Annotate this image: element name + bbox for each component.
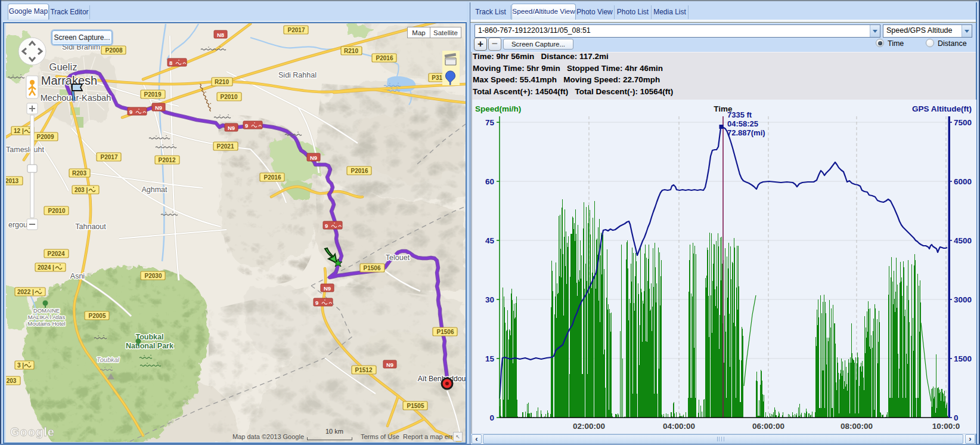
- svg-text:Sidi Rahhal: Sidi Rahhal: [278, 71, 317, 79]
- svg-text:R203: R203: [72, 170, 86, 177]
- svg-text:9: 9: [325, 222, 328, 229]
- svg-text:15: 15: [485, 354, 495, 363]
- svg-text:12 |: 12 |: [14, 128, 24, 134]
- svg-text:Google: Google: [10, 425, 55, 438]
- svg-text:N9: N9: [386, 361, 393, 368]
- svg-text:P2012: P2012: [159, 157, 176, 163]
- svg-text:72.887(mi): 72.887(mi): [727, 128, 765, 137]
- svg-text:GPS Altitude(ft): GPS Altitude(ft): [912, 104, 972, 113]
- svg-text:P1506: P1506: [437, 329, 454, 335]
- svg-text:P2017: P2017: [288, 27, 305, 33]
- svg-text:P2021: P2021: [217, 143, 234, 150]
- svg-text:04:58:25: 04:58:25: [727, 119, 758, 128]
- svg-text:60: 60: [485, 177, 494, 186]
- svg-text:N8: N8: [217, 32, 224, 38]
- svg-text:Tahnaout: Tahnaout: [75, 222, 106, 231]
- svg-text:08:00:00: 08:00:00: [841, 422, 873, 431]
- svg-text:7500: 7500: [954, 118, 972, 127]
- svg-text:National Park: National Park: [126, 342, 173, 350]
- svg-text:02:00:00: 02:00:00: [573, 422, 605, 431]
- svg-text:8: 8: [169, 60, 172, 66]
- svg-text:9: 9: [129, 109, 132, 115]
- svg-text:P2024: P2024: [48, 251, 65, 257]
- svg-text:P2016: P2016: [376, 55, 393, 61]
- svg-text:203 |: 203 |: [75, 187, 88, 193]
- svg-text:N9: N9: [324, 285, 331, 292]
- svg-text:N9: N9: [310, 154, 317, 161]
- svg-text:P2010: P2010: [221, 94, 238, 100]
- svg-text:9: 9: [315, 299, 318, 306]
- svg-text:30: 30: [485, 295, 494, 304]
- svg-text:Marrakesh: Marrakesh: [41, 74, 97, 87]
- svg-text:Gueliz: Gueliz: [49, 61, 77, 72]
- svg-text:1500: 1500: [954, 354, 972, 363]
- svg-text:2013: 2013: [6, 178, 19, 184]
- svg-text:Aghmat: Aghmat: [141, 186, 168, 194]
- svg-text:P1506: P1506: [364, 265, 381, 271]
- svg-text:4500: 4500: [954, 236, 972, 245]
- svg-text:P2009: P2009: [37, 134, 54, 140]
- svg-text:P2005: P2005: [89, 313, 106, 319]
- svg-text:2022 |: 2022 |: [17, 289, 34, 295]
- svg-text:P1512: P1512: [355, 367, 373, 373]
- svg-text:6000: 6000: [954, 177, 972, 186]
- svg-text:0: 0: [954, 413, 959, 422]
- svg-text:3 |: 3 |: [17, 362, 24, 369]
- svg-text:Tameslouht: Tameslouht: [6, 146, 44, 154]
- svg-text:7335 ft: 7335 ft: [727, 110, 752, 119]
- svg-text:06:00:00: 06:00:00: [752, 422, 784, 431]
- svg-text:45: 45: [485, 236, 495, 245]
- svg-text:04:00:00: 04:00:00: [663, 422, 695, 431]
- svg-text:Toubkal: Toubkal: [97, 356, 120, 363]
- svg-text:P1505: P1505: [407, 403, 424, 409]
- svg-text:Asni: Asni: [70, 272, 85, 280]
- svg-text:P2017: P2017: [101, 154, 118, 160]
- svg-text:P2019: P2019: [144, 91, 162, 98]
- svg-text:10:00:0: 10:00:0: [932, 422, 960, 431]
- svg-text:R210: R210: [344, 48, 358, 54]
- svg-text:Mechouar-Kasbah: Mechouar-Kasbah: [41, 93, 111, 103]
- svg-text:P2008: P2008: [106, 47, 123, 54]
- svg-text:P2016: P2016: [264, 174, 281, 181]
- svg-text:N9: N9: [155, 104, 162, 111]
- svg-text:75: 75: [485, 118, 495, 127]
- svg-text:P2010: P2010: [48, 208, 66, 214]
- svg-text:MALIKA l Atlas: MALIKA l Atlas: [28, 314, 66, 320]
- svg-text:0: 0: [489, 413, 494, 422]
- svg-text:R210: R210: [215, 79, 229, 85]
- svg-text:2024 |: 2024 |: [38, 264, 54, 271]
- svg-text:P2030: P2030: [145, 273, 162, 279]
- svg-text:N9: N9: [228, 125, 235, 131]
- svg-text:Moutains Hotel: Moutains Hotel: [27, 320, 65, 327]
- svg-text:3000: 3000: [954, 295, 972, 304]
- svg-text:9: 9: [245, 122, 248, 129]
- svg-text:DOMAINE: DOMAINE: [33, 307, 60, 314]
- svg-text:Telouet: Telouet: [386, 254, 410, 262]
- svg-text:P2016: P2016: [351, 168, 368, 174]
- svg-text:203: 203: [7, 378, 17, 384]
- svg-text:Speed(mi/h): Speed(mi/h): [475, 104, 521, 113]
